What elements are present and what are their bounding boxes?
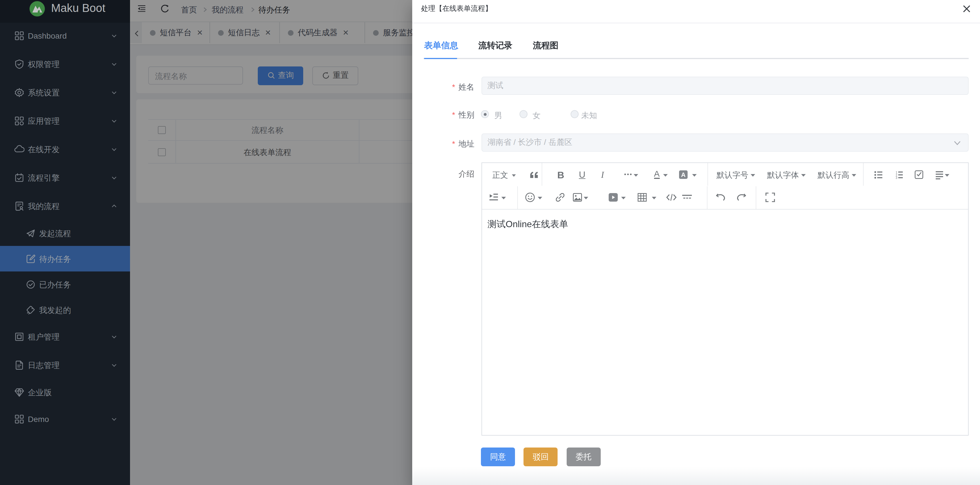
svg-text:A: A [681, 171, 686, 178]
svg-text:3: 3 [896, 176, 897, 179]
